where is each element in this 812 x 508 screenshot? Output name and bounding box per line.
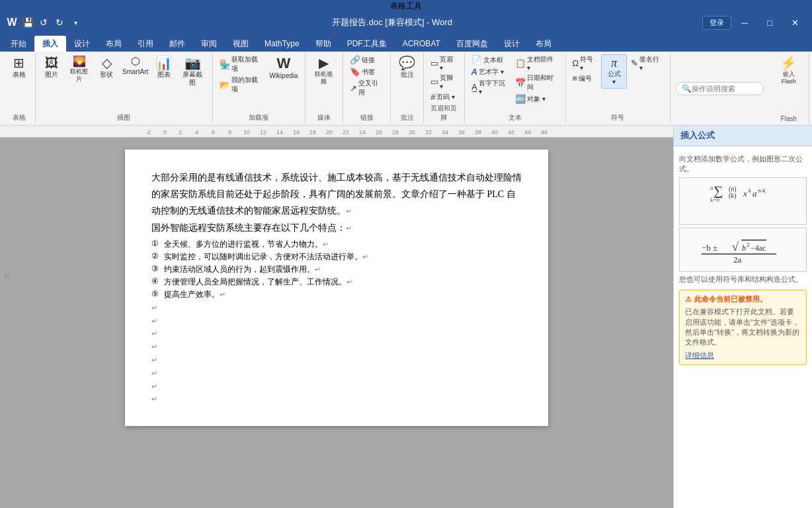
ribbon-btn-my-addins[interactable]: 📂 我的加载项: [217, 75, 265, 95]
svg-text:0: 0: [163, 129, 167, 136]
ribbon-btn-docparts[interactable]: 📋 文档部件 ▾: [512, 54, 561, 72]
tab-home[interactable]: 开始: [3, 36, 34, 52]
svg-text:30: 30: [409, 129, 415, 136]
ribbon-btn-symbol[interactable]: Ω 符号 ▾: [570, 54, 600, 72]
online-picture-icon: 🌄: [73, 56, 86, 67]
ribbon-btn-online-video[interactable]: ▶ 联机视频: [309, 54, 339, 87]
doc-paragraph-2: 国外智能远程安防系统主要存在以下几个特点：↵: [151, 220, 522, 236]
ribbon-btn-flash[interactable]: ⚡ 嵌入Flash: [773, 54, 805, 87]
ribbon-btn-header-label: 页眉 ▾: [440, 55, 457, 71]
document-page[interactable]: 大部分采用的是有线通信技术，系统设计、施工成本较高，基于无线通信技术自动处理险情…: [125, 149, 548, 426]
login-button[interactable]: 登录: [702, 16, 731, 30]
link-icon: 🔗: [350, 55, 360, 65]
doc-list: ① 全天候、多方位的进行监视，节省人力物力。↵ ② 实时监控，可以随时调出记录，…: [151, 239, 522, 300]
ribbon-btn-table[interactable]: ⊞ 表格: [7, 54, 31, 81]
list-text-1: 全天候、多方位的进行监视，节省人力物力。↵: [164, 239, 329, 250]
ribbon-tabs: 开始 插入 设计 布局 引用 邮件 审阅 视图 MathType 帮助 PDF工…: [0, 33, 812, 52]
hf-col: ▭ 页眉 ▾ ▭ 页脚 ▾ # 页码 ▾: [428, 54, 460, 103]
minimize-button[interactable]: ─: [733, 12, 756, 33]
ribbon-btn-shape[interactable]: ◇ 形状: [95, 54, 118, 81]
datetime-icon: 📅: [515, 78, 526, 88]
quick-access-dropdown[interactable]: ▾: [69, 16, 82, 29]
text-col2: 📋 文档部件 ▾ 📅 日期和时间 🔤 对象 ▾: [512, 54, 561, 105]
addin-col: 🏪 获取加载项 📂 我的加载项: [217, 54, 265, 95]
tab-mathtype[interactable]: MathType: [257, 36, 307, 52]
para-mark-4: ↵: [362, 253, 368, 261]
object-icon: 🔤: [515, 94, 526, 104]
ribbon-group-comment: 💬 批注 批注: [391, 53, 424, 124]
title-bar-left: W 💾 ↺ ↻ ▾: [5, 16, 82, 29]
ribbon-btn-cross-ref[interactable]: ↗ 交叉引用: [347, 78, 386, 98]
panel-body: 向文档添加数学公式，例如图形二次公式。 ∑ n k=0 (n) (k) x k …: [674, 146, 812, 376]
ribbon-group-symbols: Ω 符号 ▾ ≡ 编号 π 公式 ▾ ✎ 签名行 ▾ 符号: [566, 53, 670, 124]
warning-title: ⚠ 此命令当前已被禁用。: [685, 294, 801, 304]
svg-text:44: 44: [524, 129, 531, 136]
ribbon-btn-smartart[interactable]: ⬡ SmartArt: [120, 54, 150, 78]
maximize-button[interactable]: □: [758, 12, 782, 33]
ribbon-group-media-label: 媒体: [317, 113, 331, 122]
save-icon[interactable]: 💾: [21, 16, 34, 29]
ribbon-btn-object[interactable]: 🔤 对象 ▾: [512, 93, 561, 105]
ribbon-btn-dropcap[interactable]: A̲ 首字下沉 ▾: [469, 78, 512, 96]
list-num-1: ①: [151, 239, 159, 250]
tab-references[interactable]: 引用: [130, 36, 161, 52]
ribbon-btn-number[interactable]: ≡ 编号: [570, 73, 600, 84]
tab-review[interactable]: 审阅: [193, 36, 225, 52]
page-number-icon: #: [430, 92, 435, 102]
tab-layout[interactable]: 布局: [98, 36, 130, 52]
undo-icon[interactable]: ↺: [37, 16, 50, 29]
ribbon-btn-chart-label: 图表: [157, 71, 171, 79]
ribbon-btn-textbox[interactable]: 📄 文本框: [469, 54, 512, 65]
tab-insert[interactable]: 插入: [34, 36, 66, 52]
ribbon-btn-link[interactable]: 🔗 链接: [347, 54, 386, 65]
ribbon-btn-picture-label: 图片: [45, 71, 58, 79]
shape-icon: ◇: [102, 56, 112, 69]
tab-help[interactable]: 帮助: [307, 36, 339, 52]
ribbon-btn-page-number[interactable]: # 页码 ▾: [428, 91, 460, 103]
page-wrapper: 大部分采用的是有线通信技术，系统设计、施工成本较高，基于无线通信技术自动处理险情…: [7, 144, 667, 431]
ribbon-btn-chart[interactable]: 📊 图表: [152, 54, 176, 81]
tab-view[interactable]: 视图: [225, 36, 257, 52]
ribbon-group-text: 📄 文本框 A 艺术字 ▾ A̲ 首字下沉 ▾ 📋 文档部件 ▾: [465, 53, 566, 124]
tab-baidu[interactable]: 百度网盘: [448, 36, 496, 52]
tab-mailings[interactable]: 邮件: [161, 36, 193, 52]
detail-link[interactable]: 详细信息: [685, 351, 714, 360]
document-area[interactable]: 大部分采用的是有线通信技术，系统设计、施工成本较高，基于无线通信技术自动处理险情…: [0, 138, 673, 508]
ribbon-group-symbols-items: Ω 符号 ▾ ≡ 编号 π 公式 ▾ ✎ 签名行 ▾: [570, 54, 666, 112]
tab-design[interactable]: 设计: [66, 36, 98, 52]
svg-text:2: 2: [179, 129, 182, 136]
search-input[interactable]: [692, 85, 758, 93]
ribbon-btn-bookmark[interactable]: 🔖 书签: [347, 66, 386, 77]
ribbon-btn-footer[interactable]: ▭ 页脚 ▾: [428, 73, 460, 91]
ribbon-btn-docparts-label: 文档部件 ▾: [527, 55, 558, 71]
tab-pdf[interactable]: PDF工具集: [339, 36, 395, 52]
ribbon-group-illustration-label: 插图: [117, 113, 130, 122]
ribbon-btn-screenshot[interactable]: 📷 屏幕截图: [177, 54, 208, 89]
ribbon-btn-wordart[interactable]: A 艺术字 ▾: [469, 66, 512, 77]
ribbon-btn-datetime[interactable]: 📅 日期和时间: [512, 73, 561, 93]
ribbon-btn-signature[interactable]: ✎ 签名行 ▾: [628, 54, 666, 72]
ribbon-btn-online-picture[interactable]: 🌄 联机图片: [65, 54, 93, 85]
ribbon-group-illustration: 🖼 图片 🌄 联机图片 ◇ 形状 ⬡ SmartArt 📊 图表 📷 屏幕截: [36, 53, 213, 124]
svg-text:2a: 2a: [733, 255, 742, 265]
formula-icon: π: [611, 57, 617, 69]
ribbon-group-comment-items: 💬 批注: [395, 54, 419, 112]
ribbon-btn-picture[interactable]: 🖼 图片: [40, 54, 63, 81]
redo-icon[interactable]: ↻: [53, 16, 66, 29]
panel-header: 插入公式: [674, 126, 812, 146]
ribbon-btn-get-addins-label: 获取加载项: [231, 55, 263, 73]
tab-acrobat[interactable]: ACROBAT: [395, 36, 448, 52]
para-mark-7: ↵: [220, 290, 225, 298]
tab-layout2[interactable]: 布局: [528, 36, 559, 52]
warning-icon: ⚠: [685, 295, 692, 304]
close-button[interactable]: ✕: [783, 12, 807, 33]
ribbon-btn-get-addins[interactable]: 🏪 获取加载项: [217, 54, 265, 74]
ribbon-btn-header[interactable]: ▭ 页眉 ▾: [428, 54, 460, 72]
ribbon-btn-comment[interactable]: 💬 批注: [395, 54, 419, 81]
header-icon: ▭: [430, 58, 438, 68]
ribbon-btn-wikipedia[interactable]: W Wikipedia: [266, 54, 301, 82]
ribbon-search-box[interactable]: 🔍: [676, 82, 764, 95]
ribbon-btn-formula[interactable]: π 公式 ▾: [601, 54, 627, 89]
tab-design2[interactable]: 设计: [496, 36, 528, 52]
get-addins-icon: 🏪: [220, 60, 230, 69]
